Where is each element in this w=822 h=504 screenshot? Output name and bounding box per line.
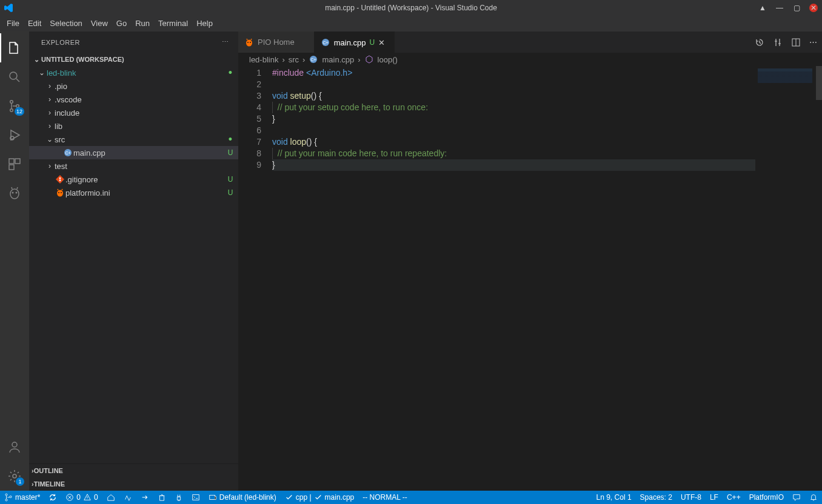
folder-include[interactable]: ›include	[29, 106, 238, 119]
window-menu-up-icon[interactable]: ▲	[754, 0, 771, 16]
explorer-more-icon[interactable]: ⋯	[222, 38, 229, 46]
activity-accounts[interactable]	[0, 433, 29, 462]
status-eol[interactable]: LF	[706, 491, 723, 504]
breadcrumb-item[interactable]: led-blink	[249, 55, 278, 64]
svg-point-19	[61, 192, 62, 193]
close-icon[interactable]: ✕	[378, 38, 388, 47]
file-.gitignore[interactable]: .gitignoreU	[29, 173, 238, 186]
close-button[interactable]: ✕	[805, 0, 822, 16]
svg-point-17	[57, 190, 63, 197]
pio-icon	[244, 38, 254, 47]
status-branch[interactable]: master*	[0, 491, 44, 504]
editor-more-icon[interactable]: ⋯	[809, 38, 817, 47]
breadcrumb-item[interactable]: main.cpp	[322, 55, 354, 64]
minimap[interactable]	[755, 66, 822, 491]
status-terminal-icon[interactable]	[187, 491, 204, 504]
breadcrumb-item[interactable]: src	[289, 55, 299, 64]
git-status: U	[222, 175, 238, 184]
status-build-icon[interactable]	[119, 491, 136, 504]
svg-rect-5	[9, 159, 14, 164]
status-serial-icon[interactable]	[170, 491, 187, 504]
editor-history-icon[interactable]	[755, 38, 764, 47]
timeline-section[interactable]: › TIMELINE	[29, 477, 238, 491]
folder-.vscode[interactable]: ›.vscode	[29, 93, 238, 106]
folder-led-blink[interactable]: ⌄led-blink•	[29, 66, 238, 79]
menu-selection[interactable]: Selection	[45, 16, 86, 31]
status-bell-icon[interactable]	[805, 491, 822, 504]
activity-platformio[interactable]	[0, 179, 29, 208]
status-env[interactable]: Default (led-blink)	[204, 491, 281, 504]
chevron-down-icon: ⌄	[45, 135, 55, 144]
chevron-right-icon: ›	[45, 122, 55, 130]
svg-text:C+: C+	[311, 58, 316, 62]
status-sync[interactable]	[44, 491, 61, 504]
git-icon	[55, 174, 65, 184]
menu-help[interactable]: Help	[192, 16, 217, 31]
code-line[interactable]: }	[272, 113, 822, 125]
breadcrumb-item[interactable]: loop()	[378, 55, 398, 64]
activity-run-debug[interactable]	[0, 121, 29, 150]
status-cursor[interactable]: Ln 9, Col 1	[592, 491, 636, 504]
status-lang-check[interactable]: cpp | main.cpp	[281, 491, 359, 504]
code-line[interactable]: void loop() {	[272, 136, 822, 148]
code-content[interactable]: #include <Arduino.h>void setup() { // pu…	[272, 66, 822, 491]
maximize-button[interactable]: ▢	[788, 0, 805, 16]
status-feedback-icon[interactable]	[788, 491, 805, 504]
code-line[interactable]	[272, 79, 822, 90]
svg-point-2	[10, 109, 13, 112]
menu-run[interactable]: Run	[131, 16, 154, 31]
svg-point-21	[247, 42, 249, 43]
activity-settings[interactable]: 1	[0, 462, 29, 491]
svg-point-30	[10, 496, 12, 498]
status-platformio[interactable]: PlatformIO	[745, 491, 788, 504]
activity-bar: 12 1	[0, 31, 29, 491]
tab-main-cpp[interactable]: C+main.cppU✕	[315, 31, 395, 53]
status-upload-icon[interactable]	[136, 491, 153, 504]
tabs-row: PIO Home✕C+main.cppU✕ ⋯	[238, 31, 822, 53]
folder-test[interactable]: ›test	[29, 159, 238, 173]
activity-search[interactable]	[0, 62, 29, 91]
menu-file[interactable]: File	[2, 16, 24, 31]
menu-edit[interactable]: Edit	[24, 16, 45, 31]
svg-text:C+: C+	[65, 151, 70, 155]
status-language[interactable]: C++	[723, 491, 745, 504]
menu-view[interactable]: View	[87, 16, 112, 31]
code-line[interactable]: // put your main code here, to run repea…	[272, 148, 822, 159]
settings-badge: 1	[16, 477, 24, 486]
editor-diff-icon[interactable]	[773, 38, 783, 47]
code-line[interactable]: void setup() {	[272, 90, 822, 102]
chevron-right-icon: ›	[45, 108, 55, 117]
outline-section[interactable]: › OUTLINE	[29, 464, 238, 477]
folder-.pio[interactable]: ›.pio	[29, 79, 238, 93]
status-spaces[interactable]: Spaces: 2	[636, 491, 677, 504]
code-editor[interactable]: 123456789 #include <Arduino.h>void setup…	[238, 66, 822, 491]
activity-explorer[interactable]	[0, 33, 29, 62]
menu-terminal[interactable]: Terminal	[154, 16, 192, 31]
code-line[interactable]	[272, 125, 822, 136]
file-main.cpp[interactable]: C+main.cppU	[29, 146, 238, 159]
status-problems[interactable]: 0 0	[61, 491, 102, 504]
code-line[interactable]: #include <Arduino.h>	[272, 67, 822, 79]
menu-go[interactable]: Go	[112, 16, 131, 31]
folder-lib[interactable]: ›lib	[29, 119, 238, 133]
pio-icon	[55, 188, 65, 197]
status-home-icon[interactable]	[102, 491, 119, 504]
status-bar: master* 0 0 Default (led-blink) cpp | ma…	[0, 491, 822, 504]
code-line[interactable]: // put your setup code here, to run once…	[272, 102, 822, 113]
breadcrumb[interactable]: led-blink›src›C+main.cpp›loop()	[238, 53, 822, 66]
explorer-sidebar: EXPLORER ⋯ ⌄ UNTITLED (WORKSPACE) ⌄led-b…	[29, 31, 238, 491]
activity-extensions[interactable]	[0, 150, 29, 179]
workspace-section[interactable]: ⌄ UNTITLED (WORKSPACE)	[29, 53, 238, 66]
folder-src[interactable]: ⌄src•	[29, 133, 238, 146]
status-clean-icon[interactable]	[153, 491, 170, 504]
status-vim-mode: -- NORMAL --	[358, 491, 412, 504]
file-platformio.ini[interactable]: platformio.iniU	[29, 186, 238, 199]
svg-point-9	[12, 192, 14, 194]
tab-pio-home[interactable]: PIO Home✕	[238, 31, 315, 53]
status-encoding[interactable]: UTF-8	[677, 491, 706, 504]
minimize-button[interactable]: —	[771, 0, 788, 16]
code-line[interactable]: }	[272, 159, 822, 171]
svg-point-0	[10, 72, 17, 79]
activity-source-control[interactable]: 12	[0, 91, 29, 121]
split-editor-icon[interactable]	[791, 38, 801, 47]
